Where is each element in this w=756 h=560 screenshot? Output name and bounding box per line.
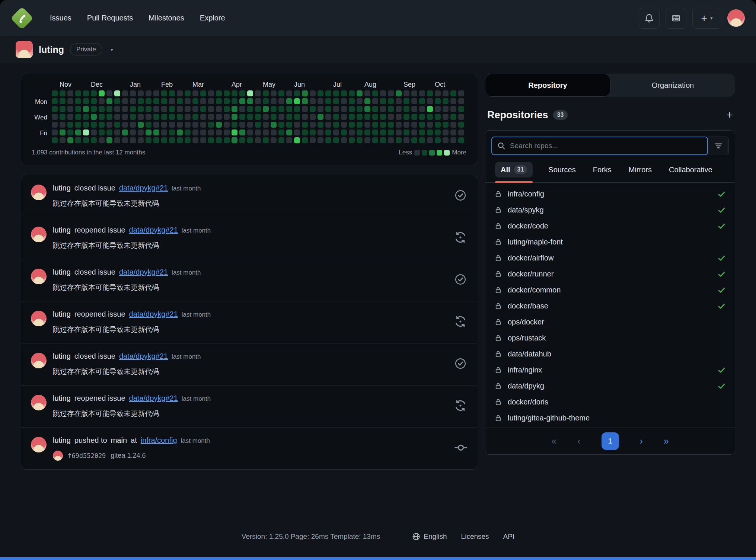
repo-list-item[interactable]: data/spykg [485,202,735,218]
feed-segment-actor[interactable]: luting [53,310,71,319]
api-link[interactable]: API [503,532,515,541]
feed-actor-avatar[interactable] [31,227,47,242]
pagination-page-1-button[interactable]: 1 [602,432,619,450]
repo-name[interactable]: ops/rustack [508,334,546,342]
repo-name[interactable]: docker/runner [508,270,554,278]
profile-username[interactable]: luting [39,44,64,55]
heatmap-legend: Less More [399,149,466,156]
repo-name[interactable]: data/dpykg [508,382,544,390]
repo-list-item[interactable]: data/datahub [485,346,735,362]
notifications-button[interactable] [639,8,660,29]
repo-list-item[interactable]: ops/docker [485,314,735,330]
repo-name[interactable]: docker/base [508,302,548,310]
repo-filter-tab-forks[interactable]: Forks [591,162,613,182]
repo-list-item[interactable]: docker/runner [485,266,735,282]
repo-name[interactable]: docker/airflow [508,254,554,262]
pagination-first-button[interactable]: « [551,436,556,446]
pagination-prev-button[interactable]: ‹ [577,436,580,446]
nav-item-explore[interactable]: Explore [194,9,231,27]
heatmap-cell [67,90,73,96]
repo-name[interactable]: infra/nginx [508,366,542,374]
feed-segment-plain: closed issue [74,268,115,276]
issue-reopened-icon [454,316,467,329]
repo-name[interactable]: docker/common [508,286,561,294]
repo-filter-tab-collaborative[interactable]: Collaborative [667,162,714,182]
heatmap-cell [450,129,456,135]
repo-name[interactable]: infra/config [508,190,544,198]
repo-list-item[interactable]: docker/airflow [485,250,735,266]
repo-name[interactable]: data/spykg [508,206,544,214]
repo-filter-tab-sources[interactable]: Sources [547,162,577,182]
licenses-link[interactable]: Licenses [461,532,489,541]
repo-list-item[interactable]: data/dpykg [485,378,735,394]
profile-dropdown-caret-icon[interactable]: ▾ [111,47,113,52]
admin-panel-button[interactable] [666,8,686,29]
feed-actor-avatar[interactable] [31,353,47,368]
repo-list-item[interactable]: luting/maple-font [485,234,735,250]
commit-sha-link[interactable]: f69d552029 [68,452,106,460]
heatmap-cell [114,90,120,96]
feed-segment-link[interactable]: infra/config [141,436,177,445]
feed-segment-actor[interactable]: luting [53,184,71,192]
pagination-next-button[interactable]: › [640,436,643,446]
feed-segment-actor[interactable]: luting [53,394,71,403]
feed-actor-avatar[interactable] [31,437,47,452]
repo-name[interactable]: ops/docker [508,318,544,326]
feed-actor-avatar[interactable] [31,395,47,410]
user-avatar[interactable] [727,9,745,27]
repo-filter-tab-all[interactable]: All 31 [495,162,533,182]
repo-name[interactable]: luting/gitea-github-theme [508,414,590,422]
feed-segment-link[interactable]: data/dpykg#21 [119,184,168,192]
feed-actor-avatar[interactable] [31,185,47,200]
repo-search-input[interactable] [510,142,702,150]
tab-repository[interactable]: Repository [485,74,610,97]
repo-list-item[interactable]: infra/config [485,186,735,202]
heatmap-day-label: Fri [40,129,47,137]
tab-organization[interactable]: Organization [610,74,735,97]
profile-avatar[interactable] [16,41,33,58]
heatmap-month-label: Sep [403,81,415,89]
feed-segment-actor[interactable]: luting [53,226,71,234]
nav-item-issues[interactable]: Issues [44,9,77,27]
add-repository-button[interactable]: + [726,109,733,121]
repo-filter-button[interactable] [708,137,729,155]
repo-list-item[interactable]: docker/common [485,282,735,298]
repo-name[interactable]: data/datahub [508,350,551,358]
heatmap-cell [411,90,417,96]
repo-name[interactable]: luting/maple-font [508,238,563,246]
feed-segment-actor[interactable]: luting [53,436,71,445]
lock-icon [494,382,502,390]
repo-list-item[interactable]: docker/base [485,298,735,314]
heatmap-cell [302,114,308,120]
heatmap-cell [364,106,370,112]
repo-filter-tab-mirrors[interactable]: Mirrors [627,162,653,182]
create-new-button[interactable]: + ▾ [692,8,721,29]
repo-list-item[interactable]: docker/code [485,218,735,234]
heatmap-cell [130,137,136,143]
repo-list-item[interactable]: docker/doris [485,394,735,410]
feed-segment-link[interactable]: data/dpykg#21 [129,394,178,403]
repo-name[interactable]: docker/code [508,222,548,230]
feed-actor-avatar[interactable] [31,269,47,284]
repo-list-item[interactable]: infra/nginx [485,362,735,378]
heatmap-cell [318,114,323,120]
heatmap-cell [372,114,378,120]
repo-name[interactable]: docker/doris [508,398,548,406]
heatmap-cell [177,106,183,112]
heatmap-cell [341,106,347,112]
language-selector[interactable]: English [412,532,447,541]
profile-context-bar: luting Private ▾ [0,36,756,63]
pagination-last-button[interactable]: » [664,436,669,446]
repo-list-item[interactable]: ops/rustack [485,330,735,346]
feed-segment-link[interactable]: data/dpykg#21 [119,352,168,361]
feed-actor-avatar[interactable] [31,311,47,326]
feed-segment-actor[interactable]: luting [53,352,71,361]
nav-item-pull-requests[interactable]: Pull Requests [81,9,139,27]
nav-item-milestones[interactable]: Milestones [143,9,190,27]
feed-segment-link[interactable]: data/dpykg#21 [119,268,168,276]
feed-segment-link[interactable]: data/dpykg#21 [129,310,178,319]
gitea-logo-icon[interactable] [11,7,33,29]
repo-list-item[interactable]: luting/gitea-github-theme [485,410,735,426]
feed-segment-link[interactable]: data/dpykg#21 [129,226,178,234]
feed-segment-actor[interactable]: luting [53,268,71,276]
